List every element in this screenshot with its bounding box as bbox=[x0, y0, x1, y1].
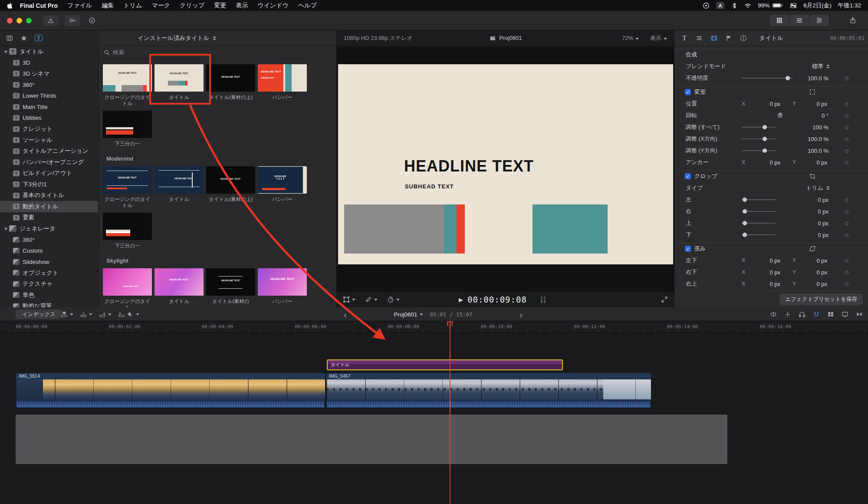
section-enable-checkbox[interactable]: ✓ bbox=[685, 246, 691, 252]
menubar-menu-item-5[interactable]: 変更 bbox=[209, 2, 231, 10]
gap-clip[interactable] bbox=[16, 415, 727, 464]
timeline-display-icon[interactable] bbox=[842, 311, 848, 318]
parameter-value[interactable]: 0 px bbox=[785, 208, 829, 214]
disclosure-triangle-icon[interactable]: ▼ bbox=[3, 49, 9, 54]
keyframe-button[interactable]: ◇ bbox=[845, 257, 848, 264]
bluetooth-icon[interactable] bbox=[731, 2, 738, 9]
menubar-menu-item-7[interactable]: ウインドウ bbox=[253, 2, 293, 10]
viewer-timecode[interactable]: 00:00:09:08 bbox=[467, 295, 527, 304]
y-value[interactable]: 0 px bbox=[800, 269, 827, 275]
keyframe-button[interactable]: ◇ bbox=[845, 281, 848, 287]
title-thumbnail[interactable]: 下三分の一 bbox=[103, 111, 152, 147]
sidebar-item[interactable]: オブジェクト bbox=[0, 267, 98, 279]
menubar-menu-item-2[interactable]: トリム bbox=[118, 2, 147, 10]
fullscreen-icon[interactable] bbox=[661, 296, 668, 303]
sidebar-item[interactable]: T要素 bbox=[0, 212, 98, 224]
parameter-slider[interactable] bbox=[742, 223, 776, 224]
keyframe-button[interactable]: ◇ bbox=[845, 136, 848, 142]
title-thumbnail[interactable]: HEADLINET E X Tバンパー bbox=[258, 166, 307, 208]
control-center-icon[interactable] bbox=[790, 2, 797, 9]
next-project-button[interactable]: › bbox=[519, 310, 523, 319]
sidebar-item[interactable]: Tバンパー/オープニング bbox=[0, 157, 98, 168]
title-thumbnail[interactable]: 下三分の一 bbox=[103, 213, 152, 249]
transform-crop-menu[interactable] bbox=[343, 296, 355, 303]
title-thumbnail[interactable]: HEADLINE TEXTタイトル bbox=[155, 166, 204, 208]
sidebar-item[interactable]: TMain Title bbox=[0, 102, 98, 113]
sidebar-item[interactable]: TLower Thirds bbox=[0, 90, 98, 102]
menu-bar-time[interactable]: 午後1:32 bbox=[838, 2, 861, 10]
solo-toggle-icon[interactable] bbox=[799, 311, 806, 318]
y-value[interactable]: 0 px bbox=[800, 280, 827, 287]
save-effect-preset-button[interactable]: エフェクトプリセットを保存 bbox=[779, 293, 863, 305]
effects-browser-icon[interactable] bbox=[856, 311, 863, 318]
timeline-ruler[interactable]: 00:00:00:0000:00:02:0000:00:04:0000:00:0… bbox=[0, 321, 868, 333]
menubar-menu-item-4[interactable]: クリップ bbox=[175, 2, 209, 10]
distort-icon[interactable] bbox=[809, 245, 816, 252]
snapping-toggle-icon[interactable] bbox=[813, 311, 820, 318]
crop-icon[interactable] bbox=[809, 173, 816, 180]
sidebar-item[interactable]: Slideshow bbox=[0, 257, 98, 268]
skimming-toggle-icon[interactable] bbox=[770, 311, 777, 318]
parameter-slider[interactable] bbox=[742, 234, 776, 235]
title-thumbnail[interactable]: HEADLINE TEXTバンパー bbox=[258, 268, 307, 307]
x-value[interactable]: 0 px bbox=[753, 159, 780, 165]
keyframe-button[interactable]: ◇ bbox=[845, 208, 848, 214]
browser-view-button[interactable] bbox=[770, 15, 789, 26]
zoom-window-button[interactable] bbox=[26, 18, 32, 23]
share-button[interactable] bbox=[847, 15, 858, 26]
title-thumbnail[interactable]: HEADLINE TEXTタイトル bbox=[155, 268, 204, 307]
parameter-slider[interactable] bbox=[742, 127, 776, 128]
parameter-slider[interactable] bbox=[742, 211, 776, 212]
title-thumbnail[interactable]: HEADLINE TEXTタイトル(素材の上) bbox=[206, 64, 255, 106]
title-thumbnail[interactable]: HEADLINE TEXTSUBHEAD TEXTバンパー bbox=[258, 64, 307, 106]
info-inspector-tab[interactable] bbox=[739, 33, 748, 43]
sidebar-section-header-0[interactable]: ▼Tタイトル bbox=[0, 46, 98, 57]
x-value[interactable]: 0 px bbox=[753, 269, 780, 275]
retime-menu[interactable] bbox=[387, 296, 400, 303]
popup-button[interactable]: 標準 bbox=[779, 60, 830, 72]
timeline-project-dropdown[interactable]: Proj0601 bbox=[394, 311, 423, 318]
parameter-value[interactable]: 100 % bbox=[785, 124, 829, 130]
sidebar-item[interactable]: T下3分の1 bbox=[0, 179, 98, 190]
app-menu-title[interactable]: Final Cut Pro bbox=[15, 2, 62, 9]
text-inspector-tab[interactable]: T bbox=[680, 33, 689, 43]
keyframe-button[interactable]: ◇ bbox=[845, 75, 848, 81]
title-thumbnail[interactable]: HEADLINE TEXTタイトル(素材の上) bbox=[206, 166, 255, 208]
x-value[interactable]: 0 px bbox=[753, 257, 780, 264]
clip-appearance-icon[interactable] bbox=[827, 311, 834, 318]
title-thumbnail[interactable]: HEADLINE TEXTクロージングのタイトル bbox=[103, 64, 152, 106]
title-thumbnail[interactable]: HEADLINE TEXTタイトル(素材の bbox=[206, 268, 255, 307]
draw-mask-menu[interactable] bbox=[365, 296, 378, 303]
timeline-view-button[interactable] bbox=[790, 15, 809, 26]
video-inspector-tab[interactable] bbox=[709, 33, 719, 43]
parameter-value[interactable]: 0 ° bbox=[785, 112, 829, 119]
title-thumbnail-selected[interactable]: HEADLINE TEXTタイトル bbox=[155, 64, 204, 106]
battery-indicator[interactable]: 99% bbox=[758, 2, 783, 9]
rotation-dial[interactable] bbox=[777, 112, 783, 118]
keyframe-button[interactable]: ◇ bbox=[845, 124, 848, 130]
media-sidebar-tab[interactable] bbox=[6, 35, 13, 42]
disclosure-triangle-icon[interactable]: ▼ bbox=[3, 226, 9, 231]
titles-generators-sidebar-tab[interactable]: T bbox=[35, 35, 43, 41]
import-media-button[interactable] bbox=[43, 15, 59, 26]
tool-select-dropdown[interactable] bbox=[127, 307, 139, 321]
popup-button[interactable]: トリム bbox=[779, 182, 830, 194]
parameter-value[interactable]: 0 px bbox=[785, 231, 829, 238]
keyframe-button[interactable]: ◇ bbox=[845, 197, 848, 203]
sidebar-item[interactable]: Tビルドイン/アウト bbox=[0, 168, 98, 179]
keyframe-button[interactable]: ◇ bbox=[845, 112, 848, 119]
parameter-value[interactable]: 100.0 % bbox=[785, 75, 829, 81]
sidebar-item[interactable]: T360° bbox=[0, 79, 98, 91]
play-button[interactable]: ▶ bbox=[459, 296, 463, 303]
x-value[interactable]: 0 px bbox=[753, 100, 780, 107]
sidebar-item[interactable]: Tクレジット bbox=[0, 124, 98, 135]
sidebar-item[interactable]: Tソーシャル bbox=[0, 135, 98, 146]
append-clip-button[interactable] bbox=[99, 311, 112, 318]
x-value[interactable]: 0 px bbox=[753, 280, 780, 287]
viewer-project-menu[interactable]: Proj0601 bbox=[489, 35, 522, 42]
sidebar-item[interactable]: 動的な背景 bbox=[0, 301, 98, 308]
keyword-editor-button[interactable] bbox=[65, 15, 80, 26]
titles-source-dropdown[interactable]: インストール済みタイトル bbox=[138, 34, 209, 42]
y-value[interactable]: 0 px bbox=[800, 100, 827, 107]
sidebar-item[interactable]: テクスチャ bbox=[0, 279, 98, 290]
